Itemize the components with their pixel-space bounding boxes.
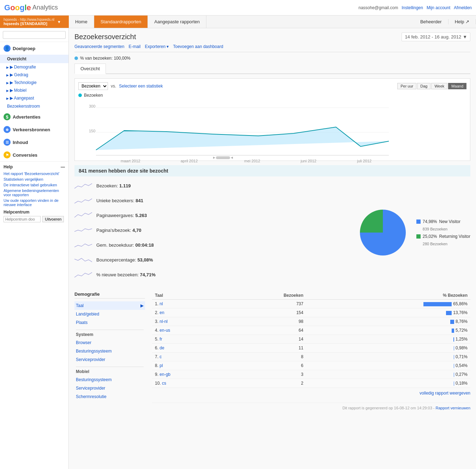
full-report-link[interactable]: volledig rapport weergeven xyxy=(420,391,470,396)
tab-help[interactable]: Help ↗ xyxy=(448,19,476,24)
sidebar-header-advertenties[interactable]: $ Advertenties xyxy=(0,110,68,123)
table-cell-lang[interactable]: en-gb xyxy=(159,372,170,377)
select-stat[interactable]: Selecteer een statistiek xyxy=(119,84,163,89)
help-link-5[interactable]: Uw oude rapporten vinden in de nieuwe in… xyxy=(4,198,65,207)
sparkline-uniek xyxy=(74,196,92,205)
sidebar: 👤 Doelgroep Overzicht ▶ Demografie ▶ Ged… xyxy=(0,28,69,469)
toolbar-exporteren[interactable]: Exporteren ▾ xyxy=(145,44,169,49)
table-cell-lang[interactable]: c xyxy=(159,354,162,359)
stat-row-bezoeken: Bezoeken: 1.119 xyxy=(74,181,349,191)
time-btn-dag[interactable]: Dag xyxy=(417,83,430,89)
helpcentrum-input[interactable] xyxy=(4,216,41,222)
page-title: Bezoekersoverzicht xyxy=(74,33,136,41)
tab-overzicht[interactable]: Overzicht xyxy=(74,64,106,74)
demo-browser[interactable]: Browser xyxy=(74,338,145,347)
sparkline-bezoeken xyxy=(74,181,92,191)
help-collapse-icon[interactable]: — xyxy=(61,164,65,169)
table-cell-lang[interactable]: en xyxy=(159,310,164,315)
table-cell-rank: 4. en-us xyxy=(152,326,222,335)
top-links: nassohe@gmail.com Instellingen Mijn acco… xyxy=(358,5,472,10)
svg-text:maart 2012: maart 2012 xyxy=(121,159,140,163)
table-row: 7. c 8 0,71% xyxy=(152,353,470,361)
table-cell-lang[interactable]: fr xyxy=(159,337,162,342)
search-input[interactable] xyxy=(3,31,66,39)
toolbar-email[interactable]: E-mail xyxy=(128,44,140,49)
table-cell-bezoeken: 6 xyxy=(222,361,306,370)
stat-label-bezoeken: Bezoeken: 1.119 xyxy=(96,183,131,188)
pie-return-label: Returning Visitor xyxy=(439,234,471,239)
stat-row-paginas-bezoek: Pagina's/bezoek: 4,70 xyxy=(74,225,349,235)
pie-new-visits: 839 Bezoeken xyxy=(423,227,470,231)
help-section: Help — Het rapport 'Bezoekersoverzicht' … xyxy=(0,161,68,225)
sidebar-item-bezoekersstroom[interactable]: Bezoekersstroom xyxy=(0,102,68,110)
stat-label-nieuwe-bezoeken: % nieuwe bezoeken: 74,71% xyxy=(96,272,156,277)
table-cell-lang[interactable]: en-us xyxy=(159,328,170,333)
tab-standaardrapporten[interactable]: Standaardrapporten xyxy=(94,16,148,28)
instellingen-link[interactable]: Instellingen xyxy=(402,5,423,10)
table-row: 9. en-gb 3 0,27% xyxy=(152,370,470,379)
sidebar-header-doelgroep[interactable]: 👤 Doelgroep xyxy=(0,42,68,55)
demo-os[interactable]: Besturingssysteem xyxy=(74,347,145,355)
table-bar-icon xyxy=(454,364,454,368)
demo-mobiel-os[interactable]: Besturingssysteem xyxy=(74,375,145,384)
time-btn-maand[interactable]: Maand xyxy=(448,83,466,89)
demo-serviceprovider[interactable]: Serviceprovider xyxy=(74,355,145,364)
sidebar-header-conversies[interactable]: ⚑ Conversies xyxy=(0,149,68,161)
sidebar-item-aangepast[interactable]: ▶ Aangepast xyxy=(0,94,68,102)
table-cell-lang[interactable]: de xyxy=(159,345,164,350)
chart-metric-select[interactable]: Bezoeken xyxy=(78,82,108,90)
table-cell-lang[interactable]: nl xyxy=(159,301,163,306)
afmelden-link[interactable]: Afmelden xyxy=(454,5,472,10)
report-vernieuwen-link[interactable]: Rapport vernieuwen xyxy=(436,406,470,410)
table-cell-lang[interactable]: cs xyxy=(162,381,166,386)
time-btn-per-uur[interactable]: Per uur xyxy=(397,83,416,89)
table-bar-icon xyxy=(454,381,454,386)
svg-marker-12 xyxy=(213,157,215,159)
help-link-3[interactable]: De interactieve tabel gebruiken xyxy=(4,183,65,187)
date-range-picker[interactable]: 14 feb. 2012 - 16 aug. 2012 ▼ xyxy=(402,32,470,41)
sidebar-item-gedrag[interactable]: ▶ Gedrag xyxy=(0,71,68,79)
pie-chart xyxy=(356,206,409,259)
demo-taal[interactable]: Taal ▶ xyxy=(74,301,145,310)
sidebar-item-mobiel[interactable]: ▶ Mobiel xyxy=(0,86,68,94)
help-link-2[interactable]: Statistieken vergelijken xyxy=(4,177,65,181)
date-range-text: 14 feb. 2012 - 16 aug. 2012 xyxy=(405,34,461,40)
tab-beheerder[interactable]: Beheerder xyxy=(414,19,448,24)
sidebar-header-verkeersbronnen[interactable]: ⊕ Verkeersbronnen xyxy=(0,123,68,136)
tab-aangepaste-rapporten[interactable]: Aangepaste rapporten xyxy=(148,16,206,28)
demo-land[interactable]: Land/gebied xyxy=(74,310,145,318)
table-cell-pct: 65,86% xyxy=(306,300,470,308)
user-email: nassohe@gmail.com xyxy=(358,5,398,10)
site-selector[interactable]: hqseeds - http://www.hqseeds.nl hqseeds … xyxy=(0,16,69,28)
tab-bar: Overzicht xyxy=(74,64,470,74)
help-link-1[interactable]: Het rapport 'Bezoekersoverzicht' xyxy=(4,172,65,176)
tab-home[interactable]: Home xyxy=(69,16,94,28)
time-btn-week[interactable]: Week xyxy=(431,83,447,89)
demo-taal-arrow: ▶ xyxy=(140,303,144,308)
demo-schermresolutie[interactable]: Schermresolutie xyxy=(74,392,145,401)
uitvoeren-button[interactable]: Uitvoeren xyxy=(42,216,64,222)
toolbar-dashboard[interactable]: Toevoegen aan dashboard xyxy=(173,44,223,49)
table-bar-icon xyxy=(450,320,454,324)
table-cell-lang[interactable]: nl-nl xyxy=(159,319,168,324)
nav-right: Beheerder Help ↗ xyxy=(414,19,476,24)
sidebar-item-overzicht[interactable]: Overzicht xyxy=(0,55,68,63)
site-name: hqseeds [STANDAARD] xyxy=(4,22,54,26)
toolbar-segmenten[interactable]: Geavanceerde segmenten xyxy=(74,44,124,49)
sidebar-header-inhoud[interactable]: ☰ Inhoud xyxy=(0,136,68,149)
pie-legend-return: 25,02% Returning Visitor xyxy=(416,234,470,239)
help-link-4[interactable]: Algemene bedieningselementen voor rappor… xyxy=(4,188,65,197)
demo-plaats[interactable]: Plaats xyxy=(74,318,145,327)
stats-summary-header: 841 mensen hebben deze site bezocht xyxy=(74,165,470,176)
svg-marker-13 xyxy=(231,157,233,159)
sidebar-item-technologie[interactable]: ▶ Technologie xyxy=(0,79,68,86)
helpcentrum-area: Helpcentrum Uitvoeren xyxy=(4,210,65,222)
topbar: Google Analytics nassohe@gmail.com Inste… xyxy=(0,0,476,16)
sidebar-section-advertenties: $ Advertenties xyxy=(0,110,68,123)
table-cell-lang[interactable]: pl xyxy=(159,363,163,368)
table-row: 6. de 11 0,98% xyxy=(152,344,470,353)
sidebar-item-demografie[interactable]: ▶ Demografie xyxy=(0,63,68,71)
demo-mobiel-service[interactable]: Serviceprovider xyxy=(74,384,145,392)
mijn-account-link[interactable]: Mijn account xyxy=(427,5,450,10)
logo: Google Analytics xyxy=(4,3,58,12)
